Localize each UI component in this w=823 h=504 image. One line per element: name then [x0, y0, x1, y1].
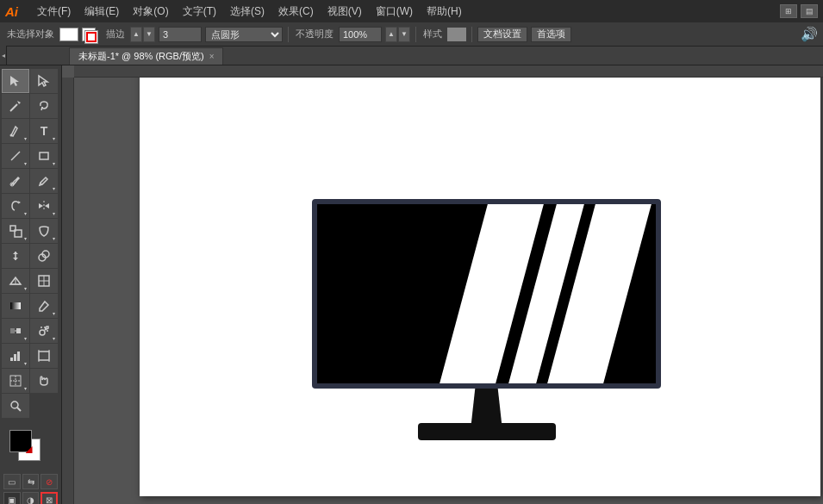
tool-row-3: ▾ T ▾ [2, 119, 59, 143]
menu-help[interactable]: 帮助(H) [421, 3, 468, 21]
selection-tool[interactable] [2, 69, 29, 93]
normal-mode-btn[interactable]: ▣ [3, 492, 21, 504]
color-swatches [9, 430, 53, 464]
stroke-shape-select[interactable]: 点圆形 [205, 27, 283, 42]
menu-type[interactable]: 文字(T) [177, 3, 222, 21]
ai-logo: Ai [5, 4, 24, 19]
fill-swatch[interactable] [59, 28, 78, 41]
blend-tool[interactable]: ▾ [2, 319, 29, 343]
stroke-none-btn[interactable]: ⊘ [41, 474, 58, 489]
preferences-btn[interactable]: 首选项 [531, 27, 571, 42]
svg-marker-8 [39, 203, 43, 208]
toggle-fill-stroke-btn[interactable]: ⇆ [22, 474, 40, 489]
monitor-illustration [312, 199, 661, 440]
draw-inside-btn[interactable]: ◑ [22, 492, 40, 504]
menu-object[interactable]: 对象(O) [127, 3, 174, 21]
canvas-area[interactable]: // Will be rendered via JS below [62, 65, 823, 504]
ruler-top: // Will be rendered via JS below [74, 65, 823, 78]
line-tool[interactable]: ▾ [2, 144, 29, 168]
workspace-switcher-icon[interactable]: ⊞ [780, 4, 797, 18]
scale-tool[interactable]: ▾ [2, 219, 29, 243]
options-bar: 未选择对象 描边 ▲ ▼ 点圆形 不透明度 ▲ ▼ 样式 文档设置 首选项 🔊 [0, 22, 823, 47]
gradient-tool[interactable] [2, 294, 29, 318]
svg-marker-14 [13, 252, 18, 254]
width-tool[interactable] [2, 244, 29, 268]
tool-row-4: ▾ ▾ [2, 144, 59, 168]
tool-row-5: ▾ [2, 169, 59, 193]
reflect-tool[interactable]: ▾ [30, 194, 58, 218]
lasso-tool[interactable] [30, 94, 58, 118]
eyedropper-tool[interactable]: ▾ [30, 294, 58, 318]
title-bar: Ai 文件(F) 编辑(E) 对象(O) 文字(T) 选择(S) 效果(C) 视… [0, 0, 823, 22]
hand-tool[interactable] [30, 369, 58, 393]
tool-row-12: ▾ [2, 344, 59, 368]
shape-builder-tool[interactable] [30, 244, 58, 268]
opacity-down-btn[interactable]: ▼ [398, 27, 410, 42]
menu-file[interactable]: 文件(F) [31, 3, 77, 21]
sound-icon[interactable]: 🔊 [801, 26, 818, 42]
change-screen-mode-btn[interactable]: ▭ [3, 474, 21, 489]
direct-selection-tool[interactable] [30, 69, 58, 93]
opacity-input[interactable] [339, 27, 382, 42]
style-label: 样式 [421, 28, 444, 40]
type-tool[interactable]: T ▾ [30, 119, 58, 143]
monitor-frame [312, 199, 661, 389]
pencil-tool[interactable]: ▾ [30, 169, 58, 193]
svg-rect-32 [10, 358, 13, 361]
rect-tool[interactable]: ▾ [30, 144, 58, 168]
menu-bar: 文件(F) 编辑(E) 对象(O) 文字(T) 选择(S) 效果(C) 视图(V… [31, 3, 773, 21]
rotate-tool[interactable]: ▾ [2, 194, 29, 218]
style-swatch[interactable] [447, 28, 466, 41]
stroke-down-btn[interactable]: ▼ [143, 27, 155, 42]
no-selection-label: 未选择对象 [5, 28, 56, 40]
svg-point-2 [10, 134, 13, 137]
stroke-selector [82, 28, 101, 41]
paintbrush-tool[interactable] [2, 169, 29, 193]
svg-point-31 [47, 330, 48, 332]
warp-tool[interactable]: ▾ [30, 219, 58, 243]
doc-settings-btn[interactable]: 文档设置 [477, 27, 527, 42]
perspective-grid-tool[interactable]: ▾ [2, 269, 29, 293]
tool-row-6: ▾ ▾ [2, 194, 59, 218]
pen-tool[interactable]: ▾ [2, 119, 29, 143]
magic-wand-tool[interactable] [2, 94, 29, 118]
svg-line-3 [11, 152, 20, 160]
tab-close-btn[interactable]: × [209, 52, 215, 61]
menu-effect[interactable]: 效果(C) [272, 3, 320, 21]
svg-rect-34 [17, 352, 20, 361]
menu-select[interactable]: 选择(S) [224, 3, 271, 21]
ruler-left [62, 78, 74, 504]
svg-line-44 [17, 408, 21, 411]
arrange-icon[interactable]: ▤ [801, 4, 818, 18]
menu-window[interactable]: 窗口(W) [370, 3, 419, 21]
stroke-width-input[interactable] [159, 27, 202, 42]
draw-behind-btn[interactable]: ⊠ [41, 492, 58, 504]
mesh-tool[interactable] [30, 269, 58, 293]
svg-point-43 [11, 401, 18, 408]
toolbar: ▾ T ▾ ▾ ▾ ▾ [0, 65, 62, 504]
svg-point-29 [41, 327, 42, 328]
symbol-sprayer-tool[interactable]: ▾ [30, 319, 58, 343]
stroke-arrow-up[interactable]: ▲ ▼ [130, 27, 155, 42]
zoom-tool[interactable] [2, 394, 29, 418]
tool-row-9: ▾ [2, 269, 59, 293]
divider-1 [288, 27, 289, 42]
slice-tool[interactable]: ▾ [2, 369, 29, 393]
svg-rect-4 [40, 152, 48, 159]
opacity-label: 不透明度 [294, 28, 335, 40]
svg-marker-9 [45, 203, 49, 208]
foreground-swatch[interactable] [9, 430, 32, 452]
document-tab[interactable]: 未标题-1* @ 98% (RGB/预览) × [69, 47, 223, 65]
artboard[interactable] [140, 65, 820, 496]
tab-title: 未标题-1* @ 98% (RGB/预览) [78, 50, 204, 63]
panel-toggle[interactable]: ◂ [0, 46, 7, 65]
divider-3 [471, 27, 472, 42]
menu-view[interactable]: 视图(V) [321, 3, 368, 21]
stroke-up-btn[interactable]: ▲ [130, 27, 142, 42]
artboard-tool[interactable] [30, 344, 58, 368]
opacity-up-btn[interactable]: ▲ [385, 27, 397, 42]
tool-row-2 [2, 94, 59, 118]
column-graph-tool[interactable]: ▾ [2, 344, 29, 368]
menu-edit[interactable]: 编辑(E) [78, 3, 125, 21]
svg-line-12 [15, 230, 16, 231]
